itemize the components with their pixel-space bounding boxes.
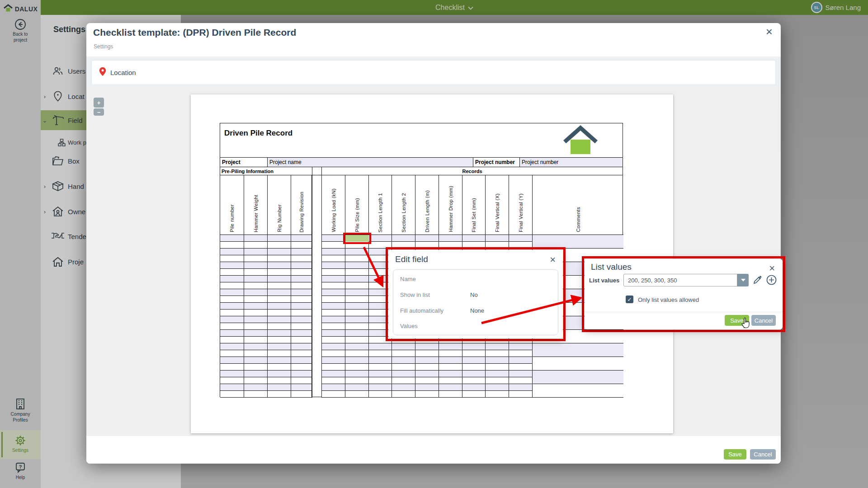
doc-cell[interactable] <box>244 391 268 398</box>
doc-cell[interactable] <box>322 391 345 398</box>
doc-cell[interactable] <box>486 364 509 371</box>
list-values-close-icon[interactable]: × <box>769 263 775 273</box>
doc-cell[interactable] <box>268 249 291 255</box>
doc-cell[interactable] <box>322 282 345 289</box>
doc-cell[interactable] <box>322 350 345 357</box>
doc-cell[interactable] <box>345 364 369 371</box>
doc-cell[interactable] <box>244 343 268 350</box>
doc-cell[interactable] <box>533 357 623 371</box>
location-row[interactable]: Location <box>92 61 775 84</box>
doc-cell[interactable] <box>415 377 439 384</box>
doc-cell[interactable] <box>244 249 268 255</box>
project-number-value-cell[interactable]: Project number <box>520 158 623 167</box>
doc-cell[interactable] <box>415 350 439 357</box>
list-values-save-button[interactable]: Save <box>725 315 749 326</box>
doc-cell[interactable] <box>392 377 415 384</box>
doc-header-hammer-drop-mm-[interactable]: Hammer Drop (mm) <box>439 175 462 235</box>
doc-cell[interactable] <box>220 384 244 391</box>
doc-cell[interactable] <box>220 371 244 377</box>
doc-cell[interactable] <box>220 262 244 269</box>
doc-cell[interactable] <box>486 384 509 391</box>
doc-cell[interactable] <box>268 343 291 350</box>
doc-header-section-length-2[interactable]: Section Length 2 <box>392 175 415 235</box>
doc-cell[interactable] <box>220 350 244 357</box>
doc-cell[interactable] <box>220 343 244 350</box>
doc-cell[interactable] <box>291 391 312 398</box>
doc-cell[interactable] <box>462 350 486 357</box>
doc-cell[interactable] <box>392 235 415 242</box>
doc-cell[interactable] <box>220 323 244 330</box>
doc-cell[interactable] <box>220 303 244 310</box>
doc-cell[interactable] <box>322 296 345 303</box>
modal-close-icon[interactable]: × <box>766 26 773 38</box>
doc-cell[interactable] <box>322 384 345 391</box>
doc-cell[interactable] <box>439 377 462 384</box>
doc-cell[interactable] <box>322 249 345 255</box>
doc-cell[interactable] <box>462 357 486 364</box>
doc-cell[interactable] <box>244 350 268 357</box>
doc-cell[interactable] <box>439 371 462 377</box>
doc-cell[interactable] <box>369 350 392 357</box>
doc-cell[interactable] <box>268 337 291 343</box>
save-button[interactable]: Save <box>724 449 746 460</box>
doc-cell[interactable] <box>345 316 369 323</box>
doc-cell[interactable] <box>322 337 345 343</box>
doc-cell[interactable] <box>220 316 244 323</box>
doc-cell[interactable] <box>220 337 244 343</box>
doc-header-drawing-revision[interactable]: Drawing Revision <box>291 175 312 235</box>
doc-cell[interactable] <box>369 371 392 377</box>
doc-cell[interactable] <box>462 371 486 377</box>
doc-cell[interactable] <box>268 357 291 364</box>
doc-cell[interactable] <box>220 364 244 371</box>
doc-cell[interactable] <box>291 296 312 303</box>
doc-cell[interactable] <box>268 371 291 377</box>
doc-cell[interactable] <box>220 310 244 316</box>
doc-cell[interactable] <box>268 269 291 276</box>
doc-cell[interactable] <box>345 269 369 276</box>
zoom-out-button[interactable]: − <box>94 108 104 116</box>
doc-cell[interactable] <box>291 276 312 282</box>
doc-cell[interactable] <box>291 235 312 242</box>
doc-cell[interactable] <box>533 343 623 357</box>
doc-cell[interactable] <box>322 289 345 296</box>
doc-cell[interactable] <box>244 337 268 343</box>
doc-cell[interactable] <box>345 371 369 377</box>
doc-cell[interactable] <box>291 330 312 337</box>
doc-cell[interactable] <box>322 377 345 384</box>
doc-cell[interactable] <box>345 282 369 289</box>
doc-header-final-set-mm-[interactable]: Final Set (mm) <box>462 175 486 235</box>
doc-cell[interactable] <box>509 364 533 371</box>
doc-cell[interactable] <box>291 249 312 255</box>
edit-field-row-fill-automatically[interactable]: Fill automaticallyNone <box>400 307 553 316</box>
doc-cell[interactable] <box>322 262 345 269</box>
doc-header-rig-number[interactable]: Rig Number <box>268 175 291 235</box>
doc-cell[interactable] <box>486 371 509 377</box>
add-list-icon[interactable] <box>766 275 777 287</box>
doc-header-comments[interactable]: Comments <box>533 175 623 235</box>
doc-cell[interactable] <box>322 316 345 323</box>
doc-cell[interactable] <box>462 235 486 242</box>
doc-cell[interactable] <box>220 276 244 282</box>
doc-cell[interactable] <box>486 235 509 242</box>
doc-cell[interactable] <box>244 255 268 262</box>
doc-cell[interactable] <box>415 364 439 371</box>
doc-cell[interactable] <box>345 384 369 391</box>
doc-cell[interactable] <box>439 343 462 350</box>
doc-cell[interactable] <box>369 391 392 398</box>
project-number-label-cell[interactable]: Project number <box>473 158 520 167</box>
doc-cell[interactable] <box>369 235 392 242</box>
doc-cell[interactable] <box>369 377 392 384</box>
doc-cell[interactable] <box>415 357 439 364</box>
edit-field-close-icon[interactable]: × <box>550 255 556 265</box>
doc-cell[interactable] <box>486 343 509 350</box>
doc-cell[interactable] <box>291 377 312 384</box>
doc-cell[interactable] <box>369 343 392 350</box>
doc-cell[interactable] <box>291 337 312 343</box>
doc-cell[interactable] <box>345 296 369 303</box>
doc-cell[interactable] <box>415 343 439 350</box>
doc-cell[interactable] <box>268 262 291 269</box>
doc-header-pile-number[interactable]: Pile number <box>220 175 244 235</box>
doc-cell[interactable] <box>244 384 268 391</box>
doc-cell[interactable] <box>439 357 462 364</box>
edit-field-row-values[interactable]: Values <box>400 323 553 332</box>
